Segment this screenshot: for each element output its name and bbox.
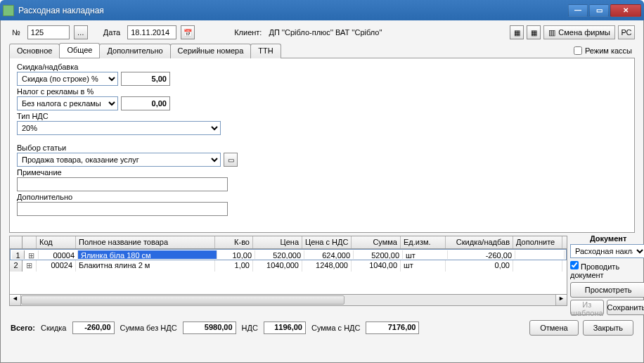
preview-button[interactable]: Просмотреть xyxy=(570,282,644,298)
col-sum[interactable]: Сумма xyxy=(352,236,401,248)
minimize-button[interactable]: — xyxy=(568,4,588,17)
doc-type-select[interactable]: Расходная накладная xyxy=(570,244,644,258)
cell-name[interactable]: Ялинка біла 180 см xyxy=(78,250,217,259)
cell-price[interactable]: 520,000 xyxy=(255,250,304,259)
table-row[interactable]: 1 ⊞ 00004 Ялинка біла 180 см 10,00 520,0… xyxy=(10,249,567,260)
extra-label: Дополнительно xyxy=(17,193,627,201)
discount-mode-select[interactable]: Скидка (по строке) % xyxy=(17,72,118,86)
sum-novat: 5980,00 xyxy=(183,321,236,334)
sum-vat-label: Сумма с НДС xyxy=(311,324,361,332)
note-label: Примечание xyxy=(17,168,627,177)
client-label: Клиент: xyxy=(231,28,264,37)
table-row[interactable]: 2 ⊞ 00024 Блакитна ялина 2 м 1,00 1040,0… xyxy=(10,260,567,272)
discount-value-input[interactable] xyxy=(121,72,170,86)
toolbar-icon-2[interactable]: ▦ xyxy=(527,25,541,39)
save-button[interactable]: Сохранить xyxy=(607,300,644,315)
number-input[interactable] xyxy=(27,25,70,39)
items-grid[interactable]: Код Полное название товара К-во Цена Цен… xyxy=(9,236,567,295)
firm-icon: ▥ xyxy=(548,28,555,37)
adtax-label: Налог с рекламы в % xyxy=(17,87,627,96)
cell-sum[interactable]: 1040,00 xyxy=(352,260,401,272)
col-unit[interactable]: Ед.изм. xyxy=(401,236,446,248)
cell-qty[interactable]: 10,00 xyxy=(217,250,255,259)
date-label: Дата xyxy=(101,28,123,37)
cell-sum[interactable]: 5200,00 xyxy=(354,250,403,259)
expand-icon[interactable]: ⊞ xyxy=(25,250,39,259)
titlebar[interactable]: Расходная накладная — ▭ ✕ xyxy=(0,0,644,20)
cell-price-vat[interactable]: 624,000 xyxy=(304,250,354,259)
adtax-mode-select[interactable]: Без налога с рекламы xyxy=(17,96,118,110)
toolbar-icon-1[interactable]: ▦ xyxy=(510,25,524,39)
number-label: № xyxy=(9,28,23,37)
col-rownum[interactable] xyxy=(10,236,22,248)
rc-button[interactable]: РС xyxy=(618,25,635,39)
scroll-left-icon[interactable]: ◄ xyxy=(10,295,21,305)
col-price-vat[interactable]: Цена с НДС xyxy=(302,236,352,248)
article-select[interactable]: Продажа товара, оказание услуг xyxy=(17,153,221,167)
form-general: Скидка/надбавка Скидка (по строке) % Нал… xyxy=(9,58,635,233)
vat-select[interactable]: 20% xyxy=(17,121,221,135)
expand-icon[interactable]: ⊞ xyxy=(22,260,37,272)
discount-total: -260,00 xyxy=(72,321,115,334)
adtax-value-input[interactable] xyxy=(121,96,170,110)
vat-total: 1196,00 xyxy=(264,321,306,334)
note-input[interactable] xyxy=(17,177,228,191)
col-discount[interactable]: Скидка/надбав xyxy=(446,236,513,248)
cell-code[interactable]: 00024 xyxy=(37,260,76,272)
window-title: Расходная накладная xyxy=(18,6,568,15)
vat-total-label: НДС xyxy=(242,324,258,332)
tab-serials[interactable]: Серийные номера xyxy=(170,44,252,58)
row-index: 2 xyxy=(10,260,22,272)
cell-code[interactable]: 00004 xyxy=(39,250,78,259)
col-expand[interactable] xyxy=(22,236,37,248)
col-extra[interactable]: Дополните xyxy=(513,236,562,248)
tab-main[interactable]: Основное xyxy=(9,44,60,58)
horizontal-scrollbar[interactable]: ◄ ► xyxy=(9,295,567,306)
discount-label: Скидка/надбавка xyxy=(17,63,627,71)
close-button[interactable]: ✕ xyxy=(610,4,641,17)
from-template-button[interactable]: Из шаблона xyxy=(570,300,604,315)
number-lookup-button[interactable]: … xyxy=(74,25,88,39)
tabs: Основное Общее Дополнительно Серийные но… xyxy=(9,43,635,58)
tab-additional[interactable]: Дополнительно xyxy=(99,44,170,58)
cell-discount[interactable]: -260,00 xyxy=(448,250,515,259)
tab-general[interactable]: Общее xyxy=(59,43,100,58)
sidebar-title: Документ xyxy=(570,234,644,243)
cash-mode-checkbox[interactable] xyxy=(574,46,582,55)
app-icon xyxy=(3,5,14,16)
col-qty[interactable]: К-во xyxy=(215,236,253,248)
cell-price[interactable]: 1040,000 xyxy=(253,260,302,272)
change-firm-button[interactable]: ▥ Смена фирмы xyxy=(543,25,615,39)
close-window-button[interactable]: Закрыть xyxy=(583,320,633,336)
cell-discount[interactable]: 0,00 xyxy=(446,260,513,272)
sum-novat-label: Сумма без НДС xyxy=(120,324,177,332)
cell-price-vat[interactable]: 1248,000 xyxy=(302,260,352,272)
tab-ttn[interactable]: ТТН xyxy=(250,44,281,58)
row-index: 1 xyxy=(12,250,25,259)
totals-bar: Всего: Скидка -260,00 Сумма без НДС 5980… xyxy=(9,317,635,336)
post-doc-checkbox[interactable] xyxy=(570,261,579,269)
cash-mode-label: Режим кассы xyxy=(585,46,632,55)
extra-input[interactable] xyxy=(17,202,228,216)
cell-extra[interactable] xyxy=(513,260,562,272)
cell-unit[interactable]: шт xyxy=(401,260,446,272)
cell-unit[interactable]: шт xyxy=(403,250,448,259)
cell-extra[interactable] xyxy=(515,250,565,259)
article-edit-button[interactable]: ▭ xyxy=(224,153,238,167)
col-code[interactable]: Код xyxy=(37,236,76,248)
cell-name[interactable]: Блакитна ялина 2 м xyxy=(76,260,215,272)
total-label: Всего: xyxy=(11,324,35,332)
cell-qty[interactable]: 1,00 xyxy=(215,260,253,272)
col-price[interactable]: Цена xyxy=(253,236,302,248)
date-input[interactable] xyxy=(127,25,176,39)
cancel-button[interactable]: Отмена xyxy=(529,320,578,336)
col-name[interactable]: Полное название товара xyxy=(76,236,215,248)
discount-total-label: Скидка xyxy=(41,324,67,332)
article-label: Выбор статьи xyxy=(17,144,627,152)
scroll-thumb[interactable] xyxy=(21,295,344,305)
maximize-button[interactable]: ▭ xyxy=(589,4,609,17)
document-sidebar: Документ Расходная накладная Проводить д… xyxy=(567,233,644,317)
calendar-icon[interactable]: 📅 xyxy=(181,25,195,39)
scroll-right-icon[interactable]: ► xyxy=(555,295,567,305)
client-name: ДП ''Срібло-плюс'' ВАТ ''Срібло'' xyxy=(269,28,382,37)
